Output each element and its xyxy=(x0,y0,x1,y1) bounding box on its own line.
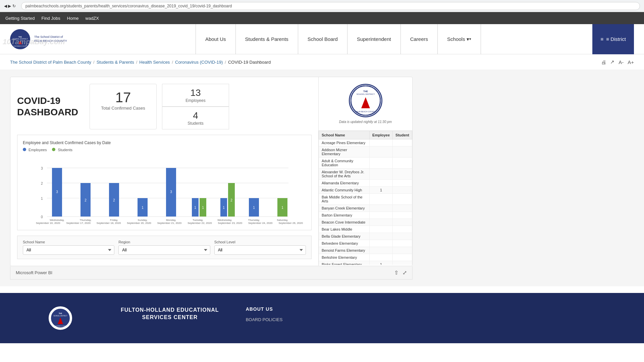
school-name-cell: Bear Lakes Middle xyxy=(319,226,370,233)
svg-text:3: 3 xyxy=(56,190,58,194)
students-label: Students xyxy=(169,121,222,126)
footer-logo-area: THE SCHOOL DISTRICT PALM BEACH COUNTY xyxy=(27,306,94,330)
employee-cell xyxy=(370,194,393,205)
nav-schools[interactable]: Schools ▾ xyxy=(438,24,481,54)
nav-careers[interactable]: Careers xyxy=(401,24,438,54)
url-bar[interactable] xyxy=(21,2,640,10)
svg-text:Sunday,: Sunday, xyxy=(138,219,148,222)
employee-cell xyxy=(370,169,393,180)
employee-cell xyxy=(370,139,393,146)
nav-superintendent[interactable]: Superintendent xyxy=(347,24,401,54)
breadcrumb-link-covid[interactable]: Coronavirus (COVID-19) xyxy=(175,60,223,65)
school-name-cell: Bak Middle School of the Arts xyxy=(319,194,370,205)
table-row: Adult & Community Education xyxy=(319,158,412,169)
svg-text:1: 1 xyxy=(253,206,255,209)
stat-total-cases: 17 Total Confirmed Cases xyxy=(90,84,157,129)
table-row: Alexander W. Dreyfoos Jr. School of the … xyxy=(319,169,412,180)
stat-sub-boxes: 13 Employees 4 Students xyxy=(162,84,229,129)
employee-cell xyxy=(370,205,393,212)
footer-org-name: FULTON-HOLLAND EDUCATIONAL SERVICES CENT… xyxy=(121,306,219,321)
table-row: Bak Middle School of the Arts xyxy=(319,194,412,205)
powerbi-expand-button[interactable]: ⤢ xyxy=(402,269,407,276)
svg-text:3: 3 xyxy=(41,167,43,170)
student-cell xyxy=(393,205,412,212)
svg-text:PALM BEACH COUNTY: PALM BEACH COUNTY xyxy=(356,111,376,113)
font-increase-button[interactable]: A+ xyxy=(628,59,634,65)
share-button[interactable]: ↗ xyxy=(610,59,614,65)
bar-chart-svg: 0 1 2 3 3 xyxy=(23,155,306,222)
logo-area[interactable]: THE SCHOOL DISTRICT PALM BEACH COUNTY Th… xyxy=(10,29,84,49)
school-name-cell: Addison Mizner Elementary xyxy=(319,146,370,158)
footer: THE SCHOOL DISTRICT PALM BEACH COUNTY FU… xyxy=(0,293,644,343)
th-student: Student xyxy=(393,131,412,139)
student-cell xyxy=(393,261,412,265)
menu-icon: ≡ xyxy=(600,36,603,42)
student-cell xyxy=(393,194,412,205)
filter-region-label: Region xyxy=(118,240,210,244)
dashboard-container: COVID-19 DASHBOARD 17 Total Confirmed Ca… xyxy=(10,77,413,266)
svg-text:1: 1 xyxy=(41,197,43,200)
student-cell xyxy=(393,254,412,261)
svg-text:Monday,: Monday, xyxy=(166,219,176,222)
font-decrease-button[interactable]: A- xyxy=(619,59,624,65)
svg-text:SCHOOL DISTRICT: SCHOOL DISTRICT xyxy=(54,315,67,317)
footer-about-us-title: ABOUT US xyxy=(246,306,283,312)
nav-school-board[interactable]: School Board xyxy=(298,24,347,54)
breadcrumb-current: COVID-19 Dashboard xyxy=(228,60,271,65)
find-jobs-link[interactable]: Find Jobs xyxy=(41,16,60,21)
date-label-6: September 22, 2020 xyxy=(187,222,212,225)
date-label-4: September 20, 2020 xyxy=(127,222,151,225)
legend-employees-dot xyxy=(23,148,26,151)
student-cell xyxy=(393,187,412,194)
main-nav: About Us Students & Parents School Board… xyxy=(84,24,592,54)
breadcrumb-actions: 🖨 ↗ A- A+ xyxy=(601,59,634,65)
th-employee: Employee xyxy=(370,131,393,139)
filter-school-level-label: School Level xyxy=(214,240,306,244)
user-link[interactable]: wadZX xyxy=(86,16,99,21)
school-table-wrapper[interactable]: School Name Employee Student Acreage Pin… xyxy=(319,131,412,265)
filter-region-select[interactable]: All xyxy=(118,245,210,255)
table-row: Binks Forest Elementary 1 xyxy=(319,261,412,265)
school-name-cell: Banyan Creek Elementary xyxy=(319,205,370,212)
legend-students: Students xyxy=(52,148,72,152)
getting-started-link[interactable]: Getting Started xyxy=(5,16,35,21)
student-cell xyxy=(393,233,412,240)
student-cell xyxy=(393,146,412,158)
svg-text:Friday,: Friday, xyxy=(110,219,118,222)
svg-text:PALM BEACH COUNTY: PALM BEACH COUNTY xyxy=(53,325,68,327)
home-link[interactable]: Home xyxy=(67,16,79,21)
svg-text:Thursday,: Thursday, xyxy=(80,219,92,222)
filter-school-name-select[interactable]: All xyxy=(23,245,114,255)
student-cell xyxy=(393,212,412,219)
students-number: 4 xyxy=(169,110,222,121)
date-label-5: September 21, 2020 xyxy=(157,222,182,225)
svg-text:1: 1 xyxy=(223,206,225,209)
svg-text:1: 1 xyxy=(281,206,283,209)
powerbi-actions: ⇧ ⤢ xyxy=(394,269,407,276)
employee-cell xyxy=(370,226,393,233)
filter-school-level-select[interactable]: All xyxy=(214,245,306,255)
breadcrumb-link-health[interactable]: Health Services xyxy=(139,60,170,65)
student-cell xyxy=(393,219,412,226)
svg-text:Wednesday,: Wednesday, xyxy=(217,219,232,222)
table-row: Atlantic Community High 1 xyxy=(319,187,412,194)
powerbi-share-button[interactable]: ⇧ xyxy=(394,269,398,276)
employee-cell xyxy=(370,219,393,226)
breadcrumb-link-district[interactable]: The School District of Palm Beach County xyxy=(10,60,91,65)
nav-about-us[interactable]: About Us xyxy=(196,24,236,54)
th-school-name: School Name xyxy=(319,131,370,139)
school-name-cell: Berkshire Elementary xyxy=(319,254,370,261)
employee-cell xyxy=(370,158,393,169)
right-panel: THE SCHOOL DISTRICT PALM BEACH COUNTY Da… xyxy=(318,77,412,266)
print-button[interactable]: 🖨 xyxy=(601,59,606,65)
filter-school-name-label: School Name xyxy=(23,240,114,244)
employee-cell xyxy=(370,146,393,158)
employee-cell xyxy=(370,212,393,219)
nav-students-parents[interactable]: Students & Parents xyxy=(236,24,298,54)
svg-text:1: 1 xyxy=(142,206,144,209)
nav-district[interactable]: ≡ ≡ District xyxy=(592,24,634,54)
school-name-cell: Binks Forest Elementary xyxy=(319,261,370,265)
table-row: Bella Glade Elementary xyxy=(319,233,412,240)
svg-text:2: 2 xyxy=(85,198,87,202)
breadcrumb-link-students[interactable]: Students & Parents xyxy=(97,60,134,65)
